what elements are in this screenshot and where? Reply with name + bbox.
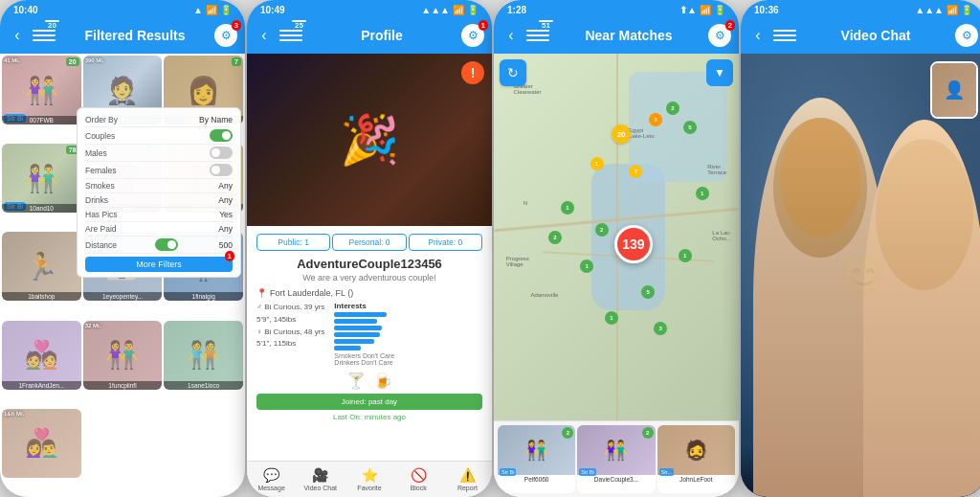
interest-bar <box>334 326 382 330</box>
username: 1finalgig <box>164 292 243 301</box>
males-label: Males <box>85 148 107 158</box>
favorite-button[interactable]: ⭐ Favorite <box>345 462 393 497</box>
map-area[interactable]: GreaterClearwater EgyptLake-Leto N Progr… <box>494 54 739 420</box>
map-pin-large[interactable]: 139 <box>614 225 653 263</box>
public-stat[interactable]: Public: 1 <box>256 234 330 251</box>
list-item[interactable]: 👫 32 Mi. 1funcplinfl <box>83 321 163 390</box>
map-filter-button[interactable]: ▼ <box>706 59 733 86</box>
map-pin[interactable]: 2 <box>548 231 562 244</box>
map-refresh-button[interactable]: ↻ <box>500 59 526 86</box>
time-1: 10:40 <box>13 5 38 15</box>
username: 10and10 <box>2 204 81 213</box>
interest-full <box>334 326 394 330</box>
map-label-terrace: RiverTerrace <box>707 164 726 175</box>
username: 1baitshop <box>2 292 81 301</box>
back-button-4[interactable]: ‹ <box>748 27 768 44</box>
block-button[interactable]: 🚫 Block <box>394 462 443 497</box>
gear-icon-4: ⚙ <box>962 29 972 42</box>
filter-panel: Order By By Name Couples Males Females S… <box>77 107 241 278</box>
gear-button-2[interactable]: ⚙ 1 <box>461 24 484 47</box>
list-item[interactable]: 🏃 1baitshop <box>2 232 81 301</box>
status-icons-3: ⬆▲ 📶 🔋 <box>679 5 725 15</box>
females-row[interactable]: Females <box>85 162 233 179</box>
interests-section: Interests <box>334 302 394 366</box>
smokes-row[interactable]: Smokes Any <box>85 179 233 193</box>
list-item[interactable]: 👩‍❤️‍👨 1&h Mi. <box>2 409 81 478</box>
map-pin[interactable]: 2 <box>666 102 679 115</box>
map-pin[interactable]: 5 <box>683 121 697 134</box>
last-seen-label: Last On: minutes ago <box>256 413 482 421</box>
map-pin[interactable]: 1 <box>679 249 692 262</box>
map-pin[interactable]: 3 <box>649 113 662 126</box>
gear-button-4[interactable]: ⚙ <box>955 24 978 47</box>
distance-label: 32 Mi. <box>85 323 101 328</box>
map-pin[interactable]: 1 <box>605 311 618 325</box>
male-icon: ♂ <box>256 303 262 311</box>
interest-bar <box>334 332 380 337</box>
menu-button-3[interactable]: 51 <box>526 24 549 47</box>
drinks-row[interactable]: Drinks Any <box>85 193 233 208</box>
gear-button-1[interactable]: ⚙ 3 <box>214 24 237 47</box>
map-pin[interactable]: 3 <box>654 322 667 335</box>
map-pin[interactable]: 5 <box>641 285 655 299</box>
report-button[interactable]: ⚠️ Report <box>443 462 492 497</box>
map-label-lagocho: La Lac-Ocho... <box>712 230 731 241</box>
top-bar-4: ‹ Video Chat ⚙ <box>741 17 980 54</box>
private-stat[interactable]: Private: 0 <box>409 234 482 251</box>
back-button-2[interactable]: ‹ <box>255 27 274 44</box>
list-item[interactable]: 💑 1FrankAndJen... <box>2 321 81 390</box>
list-item[interactable]: 👫 2 Str Bi Pelf6060 <box>498 425 575 493</box>
has-pics-row[interactable]: Has Pics Yes <box>85 208 233 222</box>
are-paid-row[interactable]: Are Paid Any <box>85 222 233 237</box>
menu-button-4[interactable] <box>773 24 796 47</box>
drinks-label: Drinks <box>85 195 108 205</box>
time-3: 1:28 <box>507 5 526 15</box>
profile-stats-row: Public: 1 Personal: 0 Private: 0 <box>256 234 482 251</box>
interest-bar <box>334 312 387 317</box>
list-item[interactable]: 🧔 Str... JohnLeFoot <box>657 425 735 493</box>
battery-icon: 🔋 <box>220 5 232 15</box>
females-toggle[interactable] <box>210 164 233 176</box>
map-pin[interactable]: 2 <box>595 223 609 237</box>
match-badge-2: 2 <box>642 427 654 439</box>
personal-stat[interactable]: Personal: 0 <box>332 234 406 251</box>
video-chat-label: Video Chat <box>304 485 338 491</box>
menu-button-2[interactable]: 25 <box>279 24 302 47</box>
menu-button-1[interactable]: 20 <box>33 24 56 47</box>
phone-video-chat: 10:36 ▲▲▲ 📶 🔋 ‹ Video Chat ⚙ <box>741 0 980 497</box>
map-pin[interactable]: 20 <box>612 124 631 144</box>
more-filters-button[interactable]: More Filters 1 <box>85 257 233 272</box>
list-item[interactable]: 🧑‍🤝‍🧑 1sane1loco <box>164 321 243 390</box>
video-couple-view: 😊 <box>741 54 980 497</box>
interest-couples <box>334 332 394 337</box>
message-button[interactable]: 💬 Message <box>247 462 296 497</box>
gear-icon-2: ⚙ <box>468 29 479 42</box>
top-bar-3: ‹ 51 Near Matches ⚙ 2 <box>494 17 739 54</box>
males-row[interactable]: Males <box>85 145 233 162</box>
signal-icon: ▲ <box>193 5 203 15</box>
list-item[interactable]: 👫 2 Str Bi DavieCouple3... <box>577 425 655 493</box>
distance-toggle[interactable] <box>155 238 178 251</box>
martini-icon: 🍸 <box>346 372 366 390</box>
map-pin[interactable]: 7 <box>629 165 642 178</box>
map-pin[interactable]: 1 <box>696 187 709 200</box>
map-pin[interactable]: 1 <box>580 260 593 273</box>
back-button-1[interactable]: ‹ <box>8 27 27 44</box>
video-chat-button[interactable]: 🎥 Video Chat <box>296 462 345 497</box>
report-label: Report <box>457 485 478 491</box>
distance-row[interactable]: Distance 500 <box>85 237 233 254</box>
couples-row[interactable]: Couples <box>85 127 233 145</box>
block-label: Block <box>411 485 427 491</box>
video-chat-icon: 🎥 <box>312 467 328 483</box>
gear-badge-1: 3 <box>232 20 241 31</box>
list-item[interactable]: 👫 Str Bi 78 10and10 <box>2 144 81 213</box>
gear-button-3[interactable]: ⚙ 2 <box>708 24 731 47</box>
back-button-3[interactable]: ‹ <box>501 27 521 44</box>
map-pin[interactable]: 1 <box>561 201 574 215</box>
couples-toggle[interactable] <box>210 129 233 142</box>
map-pin[interactable]: 1 <box>590 157 604 170</box>
video-main-feed: 😊 <box>741 54 980 497</box>
list-item[interactable]: 👫 41 Mi. Str Bi 20 007FWB <box>2 56 81 124</box>
males-toggle[interactable] <box>210 147 233 159</box>
interest-females <box>334 339 394 344</box>
